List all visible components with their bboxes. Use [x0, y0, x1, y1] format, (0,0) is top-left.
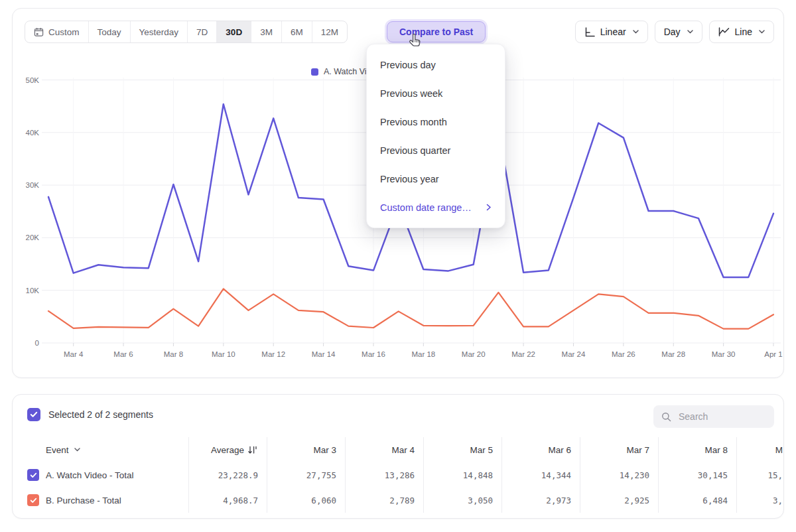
x-axis-label: Mar 10	[212, 350, 235, 358]
checkmark-icon	[30, 472, 37, 478]
menu-item-previous-day[interactable]: Previous day	[367, 50, 505, 79]
value-cell: 14,230	[580, 462, 658, 488]
search-icon	[661, 411, 671, 423]
x-axis-label: Mar 30	[712, 350, 736, 358]
menu-item-previous-year[interactable]: Previous year	[367, 165, 505, 193]
value-cell: 13,286	[345, 462, 423, 488]
value-cell: 6,060	[267, 488, 345, 513]
value-cell: 4,968.7	[188, 488, 267, 513]
compare-menu: Previous dayPrevious weekPrevious monthP…	[366, 44, 505, 228]
table-body: A. Watch Video - Total23,228.927,75513,2…	[13, 462, 783, 513]
checkmark-icon	[30, 411, 38, 418]
value-cell: 3,050	[423, 488, 501, 513]
table-row: B. Purchase - Total4,968.76,0602,7893,05…	[13, 488, 783, 513]
x-axis-label: Mar 14	[312, 350, 336, 358]
value-cell: 23,228.9	[188, 462, 267, 488]
chevron-down-icon	[74, 448, 80, 452]
column-header-mar-7: Mar 7	[580, 437, 658, 462]
y-axis-label: 30K	[13, 181, 39, 189]
chevron-right-icon	[486, 204, 492, 211]
event-label: A. Watch Video - Total	[46, 470, 134, 480]
segments-table: Event AverageMar 3Mar 4Mar 5Mar 6Mar 7Ma…	[13, 437, 783, 513]
x-axis-label: Mar 22	[511, 350, 535, 358]
x-axis-label: Mar 4	[64, 350, 83, 358]
column-header-mar-5: Mar 5	[423, 437, 501, 462]
event-cell: A. Watch Video - Total	[13, 462, 188, 488]
event-label: B. Purchase - Total	[46, 496, 121, 505]
x-axis-label: Mar 12	[261, 350, 285, 358]
menu-item-previous-week[interactable]: Previous week	[367, 79, 505, 107]
column-header-mar-3: Mar 3	[267, 437, 345, 462]
segments-header: Selected 2 of 2 segments	[27, 408, 153, 421]
y-axis-label: 10K	[13, 287, 39, 295]
selected-count-text: Selected 2 of 2 segments	[48, 409, 153, 420]
column-header-mar-8: Mar 8	[658, 437, 736, 462]
x-axis-label: Mar 8	[164, 350, 183, 358]
x-axis-label: Mar 6	[113, 350, 133, 358]
menu-item-previous-month[interactable]: Previous month	[367, 107, 505, 136]
value-cell: 6,484	[658, 488, 736, 513]
x-axis-label: Mar 18	[411, 350, 435, 358]
search-input[interactable]	[677, 411, 766, 423]
value-cell: 2,973	[501, 488, 580, 513]
value-cell: 30,145	[658, 462, 736, 488]
event-cell: B. Purchase - Total	[13, 488, 188, 513]
y-axis-label: 50K	[13, 76, 39, 84]
table-header-row: Event AverageMar 3Mar 4Mar 5Mar 6Mar 7Ma…	[13, 437, 783, 462]
table-row: A. Watch Video - Total23,228.927,75513,2…	[13, 462, 783, 488]
event-header-label: Event	[46, 445, 69, 455]
menu-item-previous-quarter[interactable]: Previous quarter	[367, 136, 505, 165]
column-header-average[interactable]: Average	[188, 437, 267, 462]
y-axis-label: 40K	[13, 129, 39, 137]
search-box[interactable]	[653, 405, 774, 428]
y-axis-label: 20K	[13, 233, 39, 241]
column-header-mar-6: Mar 6	[501, 437, 580, 462]
value-cell: 15,	[736, 462, 784, 488]
x-axis-label: Mar 28	[661, 350, 685, 358]
x-axis-label: Mar 24	[562, 350, 586, 358]
value-cell: 27,755	[267, 462, 345, 488]
value-cell: 3,	[736, 488, 784, 513]
checkmark-icon	[30, 498, 37, 503]
cursor-pointer-icon	[406, 32, 425, 50]
x-axis-label: Mar 20	[462, 350, 486, 358]
value-cell: 14,344	[501, 462, 580, 488]
column-header-m: M	[736, 437, 784, 462]
legend-swatch	[311, 68, 318, 76]
value-cell: 2,925	[580, 488, 658, 513]
segments-panel: Selected 2 of 2 segments Event AverageMa…	[12, 394, 784, 519]
row-checkbox[interactable]	[27, 494, 39, 506]
x-axis-label: Apr 1	[764, 350, 783, 358]
sort-desc-icon	[248, 446, 258, 454]
value-cell: 14,848	[423, 462, 501, 488]
value-cell: 2,789	[345, 488, 423, 513]
column-header-event[interactable]: Event	[13, 437, 188, 462]
menu-item-custom-date-range[interactable]: Custom date range…	[367, 193, 505, 222]
x-axis-label: Mar 16	[362, 350, 385, 358]
row-checkbox[interactable]	[27, 469, 39, 481]
x-axis-label: Mar 26	[612, 350, 635, 358]
column-header-mar-4: Mar 4	[345, 437, 423, 462]
y-axis-label: 0	[13, 339, 39, 347]
select-all-checkbox[interactable]	[27, 408, 40, 421]
